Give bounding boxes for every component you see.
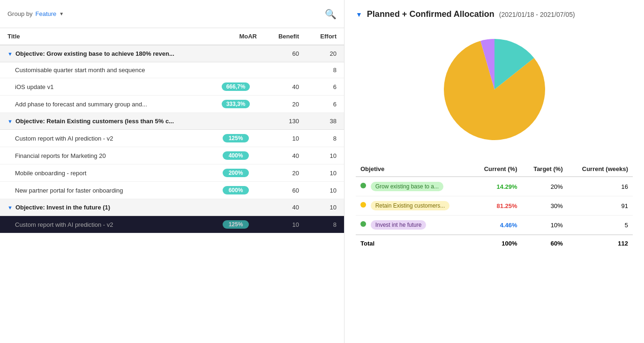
objective-label: ▼ Objective: Invest in the future (1)	[7, 204, 215, 211]
col-effort: Effort	[299, 33, 337, 40]
feat-effort: 8	[299, 135, 337, 142]
feat-effort: 10	[299, 187, 337, 194]
objective-row[interactable]: ▼ Objective: Grow existing base to achie…	[0, 45, 344, 62]
moar-badge: 125%	[223, 220, 249, 229]
obj-chip: Invest int he future	[371, 220, 427, 230]
obj-cell: Grow existing base to a...	[356, 177, 472, 196]
feature-row: Customisable quarter start month and seq…	[0, 62, 344, 78]
total-current-weeks: 112	[568, 235, 633, 252]
feat-effort: 6	[299, 101, 337, 108]
obj-effort: 10	[299, 204, 337, 211]
left-panel: Group by Feature ▼ 🔍 Title MoAR Benefit …	[0, 0, 344, 343]
total-row: Total 100% 60% 112	[356, 235, 633, 252]
chevron-icon: ▼	[7, 119, 13, 124]
allocation-date: (2021/01/18 - 2021/07/05)	[499, 11, 575, 18]
feature-title: Custom report with AI prediction - v2	[15, 221, 215, 228]
feature-title: New partner portal for faster onboarding	[15, 187, 215, 194]
total-label: Total	[356, 235, 472, 252]
moar-badge: 125%	[223, 134, 249, 142]
feature-title: Custom report with AI prediction - v2	[15, 135, 215, 142]
feat-benefit: 20	[257, 101, 299, 108]
allocation-header: ▼ Planned + Confirmed Allocation (2021/0…	[356, 9, 633, 19]
moar-badge: 666,7%	[222, 82, 250, 91]
group-by-control: Group by Feature ▼	[7, 10, 64, 17]
table-row: Invest int he future 4.46% 10% 5	[356, 216, 633, 235]
feature-title: Financial reports for Marketing 20	[15, 152, 215, 159]
obj-cell: Invest int he future	[356, 216, 472, 235]
pie-chart	[434, 29, 555, 150]
current-weeks: 91	[568, 196, 633, 216]
obj-chip: Retain Existing customers...	[371, 201, 450, 210]
objective-title: Objective: Invest in the future (1)	[15, 204, 110, 211]
toolbar: Group by Feature ▼ 🔍	[0, 0, 344, 28]
feat-benefit: 10	[257, 221, 299, 228]
feature-title: Add phase to forecast and summary group …	[15, 101, 215, 108]
col-current-weeks: Current (weeks)	[568, 162, 633, 177]
chart-area	[356, 29, 633, 150]
right-panel: ▼ Planned + Confirmed Allocation (2021/0…	[344, 0, 644, 343]
objective-label: ▼ Objective: Grow existing base to achie…	[7, 50, 215, 57]
col-moar: MoAR	[215, 33, 257, 40]
col-title: Title	[7, 33, 215, 40]
feature-title: Mobile onboarding - report	[15, 170, 215, 177]
obj-cell: Retain Existing customers...	[356, 196, 472, 216]
obj-benefit: 130	[257, 118, 299, 125]
feature-row: New partner portal for faster onboarding…	[0, 182, 344, 199]
feat-benefit: 20	[257, 170, 299, 177]
chevron-down-icon: ▼	[59, 11, 64, 16]
badge-cell: 600%	[215, 186, 257, 194]
group-by-feature-link[interactable]: Feature	[35, 10, 56, 17]
col-benefit: Benefit	[257, 33, 299, 40]
dot-indicator	[360, 221, 366, 227]
feat-benefit: 60	[257, 187, 299, 194]
table-row: Grow existing base to a... 14.29% 20% 16	[356, 177, 633, 196]
feature-row: Mobile onboarding - report 200% 20 10	[0, 164, 344, 182]
feature-row: Add phase to forecast and summary group …	[0, 96, 344, 113]
feature-row: Custom report with AI prediction - v2 12…	[0, 130, 344, 147]
table-row: Retain Existing customers... 81.25% 30% …	[356, 196, 633, 216]
feature-title: Customisable quarter start month and seq…	[15, 67, 215, 74]
feature-row-highlighted: Custom report with AI prediction - v2 12…	[0, 216, 344, 233]
collapse-button[interactable]: ▼	[356, 11, 362, 18]
moar-badge: 333,3%	[222, 100, 250, 108]
feat-benefit: 40	[257, 152, 299, 159]
target-pct: 20%	[522, 177, 568, 196]
feat-effort: 8	[299, 67, 337, 74]
feature-title: iOS update v1	[15, 83, 215, 90]
feat-effort: 10	[299, 152, 337, 159]
feat-benefit: 10	[257, 135, 299, 142]
allocation-title: Planned + Confirmed Allocation	[367, 9, 494, 19]
badge-cell: 666,7%	[215, 82, 257, 91]
badge-cell: 200%	[215, 169, 257, 177]
current-weeks: 5	[568, 216, 633, 235]
obj-chip: Grow existing base to a...	[371, 182, 443, 191]
target-pct: 30%	[522, 196, 568, 216]
current-pct: 4.46%	[472, 216, 522, 235]
moar-badge: 600%	[223, 186, 249, 194]
badge-cell: 333,3%	[215, 100, 257, 108]
total-current-pct: 100%	[472, 235, 522, 252]
col-objective: Objetive	[356, 162, 472, 177]
objective-title: Objective: Grow existing base to achieve…	[15, 50, 174, 57]
feat-effort: 6	[299, 83, 337, 90]
badge-cell: 125%	[215, 220, 257, 229]
table-body: ▼ Objective: Grow existing base to achie…	[0, 45, 344, 343]
moar-badge: 200%	[223, 169, 249, 177]
total-target-pct: 60%	[522, 235, 568, 252]
feat-effort: 8	[299, 221, 337, 228]
objective-row[interactable]: ▼ Objective: Invest in the future (1) 40…	[0, 199, 344, 216]
objective-label: ▼ Objective: Retain Existing customers (…	[7, 118, 215, 125]
obj-benefit: 60	[257, 50, 299, 57]
badge-cell: 400%	[215, 151, 257, 160]
obj-benefit: 40	[257, 204, 299, 211]
objective-title: Objective: Retain Existing customers (le…	[15, 118, 174, 125]
current-pct: 81.25%	[472, 196, 522, 216]
search-button[interactable]: 🔍	[325, 8, 337, 20]
feature-row: iOS update v1 666,7% 40 6	[0, 78, 344, 96]
chevron-icon: ▼	[7, 51, 13, 57]
feature-row: Financial reports for Marketing 20 400% …	[0, 147, 344, 164]
current-pct: 14.29%	[472, 177, 522, 196]
obj-effort: 20	[299, 50, 337, 57]
objective-row[interactable]: ▼ Objective: Retain Existing customers (…	[0, 113, 344, 130]
allocation-table: Objetive Current (%) Target (%) Current …	[356, 162, 633, 252]
